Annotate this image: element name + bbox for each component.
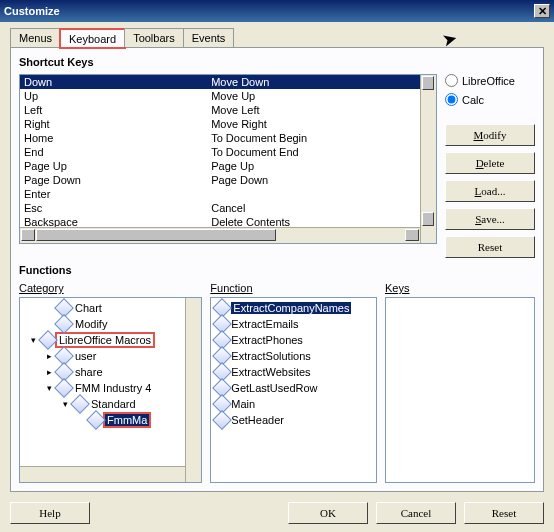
- tree-node[interactable]: ▸user: [20, 348, 201, 364]
- scrollbar-h[interactable]: [20, 227, 420, 243]
- shortcut-row[interactable]: RightMove Right: [20, 117, 436, 131]
- shortcut-row[interactable]: DownMove Down: [20, 75, 436, 89]
- category-label: Category: [19, 282, 202, 294]
- macro-icon: [212, 410, 232, 430]
- function-item[interactable]: ExtractCompanyNames: [211, 300, 376, 316]
- category-tree[interactable]: ChartModify▾LibreOffice Macros▸user▸shar…: [19, 297, 202, 483]
- module-icon: [38, 330, 58, 350]
- tree-node[interactable]: ▾LibreOffice Macros: [20, 332, 201, 348]
- shortcut-row[interactable]: UpMove Up: [20, 89, 436, 103]
- tree-node[interactable]: ▾FMM Industry 4: [20, 380, 201, 396]
- close-button[interactable]: ✕: [534, 4, 550, 18]
- save-button[interactable]: Save...: [445, 208, 535, 230]
- function-item[interactable]: ExtractEmails: [211, 316, 376, 332]
- radio-calc[interactable]: Calc: [445, 93, 535, 106]
- function-item[interactable]: ExtractWebsites: [211, 364, 376, 380]
- module-icon: [86, 410, 106, 430]
- modify-button[interactable]: Modify: [445, 124, 535, 146]
- shortcut-row[interactable]: DeleteClear Contents: [20, 243, 436, 244]
- help-button[interactable]: Help: [10, 502, 90, 524]
- keys-label: Keys: [385, 282, 535, 294]
- function-label: Function: [210, 282, 377, 294]
- scrollbar-v[interactable]: [420, 75, 436, 243]
- tab-bar: Menus Keyboard Toolbars Events: [10, 28, 544, 48]
- function-item[interactable]: GetLastUsedRow: [211, 380, 376, 396]
- tree-node[interactable]: ▾Standard: [20, 396, 201, 412]
- tree-node[interactable]: FmmMa: [20, 412, 201, 428]
- shortcut-row[interactable]: Page UpPage Up: [20, 159, 436, 173]
- function-item[interactable]: Main: [211, 396, 376, 412]
- scrollbar-v[interactable]: [185, 298, 201, 482]
- reset-bottom-button[interactable]: Reset: [464, 502, 544, 524]
- function-item[interactable]: SetHeader: [211, 412, 376, 428]
- function-item[interactable]: ExtractPhones: [211, 332, 376, 348]
- shortcut-keys-label: Shortcut Keys: [19, 56, 535, 68]
- delete-button[interactable]: Delete: [445, 152, 535, 174]
- shortcut-row[interactable]: Enter: [20, 187, 436, 201]
- shortcut-list[interactable]: DownMove DownUpMove UpLeftMove LeftRight…: [19, 74, 437, 244]
- tab-toolbars[interactable]: Toolbars: [124, 28, 184, 47]
- module-icon: [70, 394, 90, 414]
- scrollbar-h[interactable]: [20, 466, 185, 482]
- tab-menus[interactable]: Menus: [10, 28, 61, 47]
- shortcut-row[interactable]: Page DownPage Down: [20, 173, 436, 187]
- tab-events[interactable]: Events: [183, 28, 235, 47]
- function-item[interactable]: ExtractSolutions: [211, 348, 376, 364]
- window-title: Customize: [4, 5, 60, 17]
- shortcut-row[interactable]: EscCancel: [20, 201, 436, 215]
- ok-button[interactable]: OK: [288, 502, 368, 524]
- functions-label: Functions: [19, 264, 535, 276]
- reset-button[interactable]: Reset: [445, 236, 535, 258]
- module-icon: [54, 314, 74, 334]
- shortcut-row[interactable]: LeftMove Left: [20, 103, 436, 117]
- title-bar: Customize ✕: [0, 0, 554, 22]
- cancel-button[interactable]: Cancel: [376, 502, 456, 524]
- tab-keyboard[interactable]: Keyboard: [60, 29, 125, 48]
- keys-list[interactable]: [385, 297, 535, 483]
- shortcut-row[interactable]: HomeTo Document Begin: [20, 131, 436, 145]
- tree-node[interactable]: Chart: [20, 300, 201, 316]
- shortcut-row[interactable]: EndTo Document End: [20, 145, 436, 159]
- radio-libreoffice[interactable]: LibreOffice: [445, 74, 535, 87]
- tree-node[interactable]: ▸share: [20, 364, 201, 380]
- load-button[interactable]: Load...: [445, 180, 535, 202]
- function-list[interactable]: ExtractCompanyNamesExtractEmailsExtractP…: [210, 297, 377, 483]
- module-icon: [54, 378, 74, 398]
